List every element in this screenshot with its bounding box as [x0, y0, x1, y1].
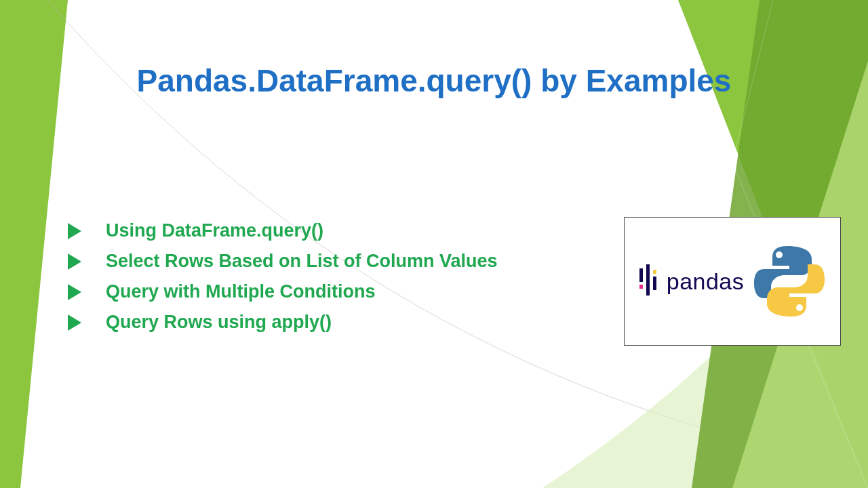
svg-rect-9	[653, 277, 656, 290]
slide-title: Pandas.DataFrame.query() by Examples	[81, 62, 787, 99]
bullet-triangle-icon	[68, 223, 81, 239]
svg-rect-6	[639, 268, 643, 282]
bullet-item: Using DataFrame.query()	[68, 220, 498, 241]
bullet-triangle-icon	[68, 284, 81, 300]
bullet-list: Using DataFrame.query() Select Rows Base…	[68, 220, 498, 342]
pandas-wordmark: pandas	[667, 268, 745, 295]
svg-marker-0	[0, 0, 68, 488]
bullet-text: Select Rows Based on List of Column Valu…	[106, 251, 498, 272]
bullet-text: Using DataFrame.query()	[106, 220, 323, 241]
bullet-item: Select Rows Based on List of Column Valu…	[68, 251, 498, 272]
python-logo-icon	[752, 241, 827, 322]
pandas-mark-icon	[638, 264, 658, 298]
bullet-text: Query Rows using apply()	[106, 312, 332, 333]
svg-point-11	[776, 251, 783, 258]
bullet-item: Query Rows using apply()	[68, 312, 498, 333]
bullet-item: Query with Multiple Conditions	[68, 281, 498, 302]
pandas-python-logo: pandas	[624, 217, 841, 346]
svg-rect-7	[639, 285, 643, 289]
svg-rect-10	[653, 270, 656, 274]
slide: Pandas.DataFrame.query() by Examples Usi…	[0, 0, 868, 488]
svg-point-12	[796, 304, 803, 311]
bullet-triangle-icon	[68, 253, 81, 270]
bullet-text: Query with Multiple Conditions	[106, 281, 376, 302]
svg-rect-8	[646, 264, 650, 296]
bullet-triangle-icon	[68, 314, 81, 331]
